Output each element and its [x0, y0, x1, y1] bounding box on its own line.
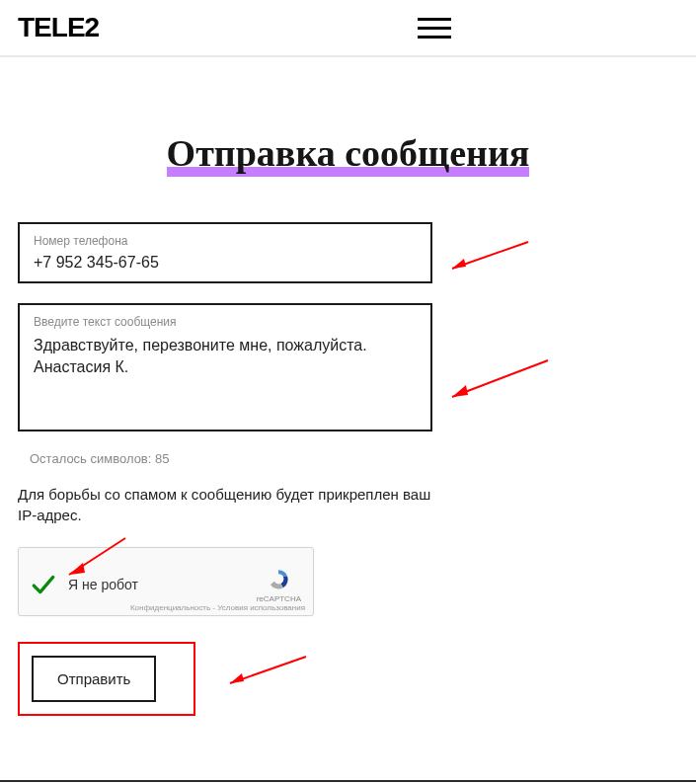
- phone-field-box[interactable]: Номер телефона: [18, 222, 432, 283]
- submit-highlight: Отправить: [18, 642, 195, 716]
- footer-divider: [0, 780, 696, 782]
- page-title-wrap: Отправка сообщения: [0, 131, 696, 175]
- recaptcha-logo: reCAPTCHA: [257, 567, 301, 603]
- phone-input[interactable]: [34, 254, 417, 272]
- recaptcha-label: Я не робот: [68, 577, 257, 592]
- recaptcha-brand: reCAPTCHA: [257, 594, 301, 603]
- logo: TELE2: [18, 12, 99, 43]
- recaptcha-icon: [266, 567, 291, 592]
- message-field-box[interactable]: Введите текст сообщения: [18, 303, 432, 431]
- message-input[interactable]: [34, 335, 417, 424]
- form: Номер телефона Введите текст сообщения О…: [0, 222, 696, 716]
- header: TELE2: [0, 0, 696, 57]
- phone-label: Номер телефона: [34, 234, 417, 248]
- recaptcha[interactable]: Я не робот reCAPTCHA Конфиденциальность …: [18, 547, 314, 616]
- menu-icon[interactable]: [418, 18, 451, 39]
- chars-left: Осталось символов: 85: [30, 451, 678, 466]
- recaptcha-terms: Конфиденциальность - Условия использован…: [130, 603, 305, 612]
- submit-button[interactable]: Отправить: [32, 656, 156, 702]
- message-label: Введите текст сообщения: [34, 315, 417, 329]
- spam-notice: Для борьбы со спамом к сообщению будет п…: [18, 484, 442, 525]
- checkmark-icon: [31, 572, 56, 597]
- page-title: Отправка сообщения: [167, 131, 530, 175]
